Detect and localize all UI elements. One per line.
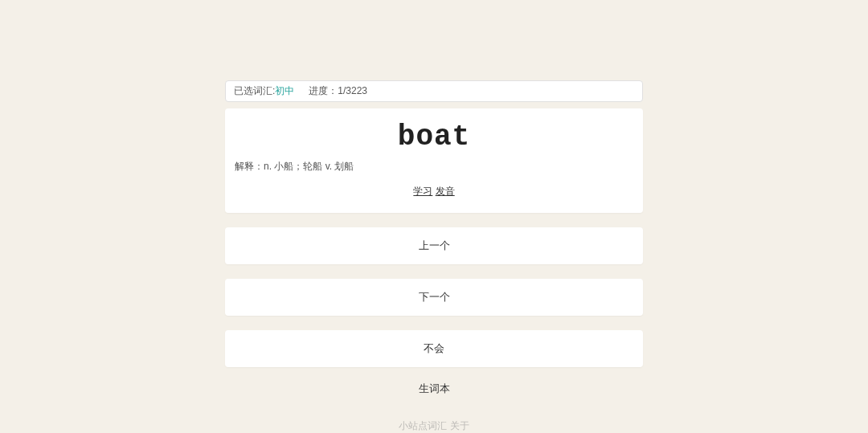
vocab-selection: 已选词汇:初中 [234, 84, 294, 98]
link-row: 学习 发音 [233, 185, 635, 198]
word-title: boat [233, 121, 635, 153]
definition-label: 解释： [235, 161, 264, 172]
vocab-link[interactable]: 初中 [275, 85, 294, 96]
pronounce-link[interactable]: 发音 [436, 186, 455, 197]
next-button[interactable]: 下一个 [225, 279, 643, 316]
word-card: boat 解释：n. 小船；轮船 v. 划船 学习 发音 [225, 108, 643, 213]
prev-button[interactable]: 上一个 [225, 227, 643, 264]
definition-value: n. 小船；轮船 v. 划船 [264, 161, 354, 172]
progress: 进度：1/3223 [309, 84, 367, 98]
footer-text: 小站点词汇 关于 [399, 419, 469, 433]
wordbook-button[interactable]: 生词本 [225, 382, 643, 396]
progress-value: 1/3223 [338, 85, 367, 96]
definition: 解释：n. 小船；轮船 v. 划船 [233, 160, 635, 174]
header-bar: 已选词汇:初中 进度：1/3223 [225, 80, 643, 102]
study-link[interactable]: 学习 [413, 186, 432, 197]
progress-label: 进度： [309, 85, 338, 96]
vocab-label: 已选词汇: [234, 85, 275, 96]
dont-know-button[interactable]: 不会 [225, 330, 643, 367]
